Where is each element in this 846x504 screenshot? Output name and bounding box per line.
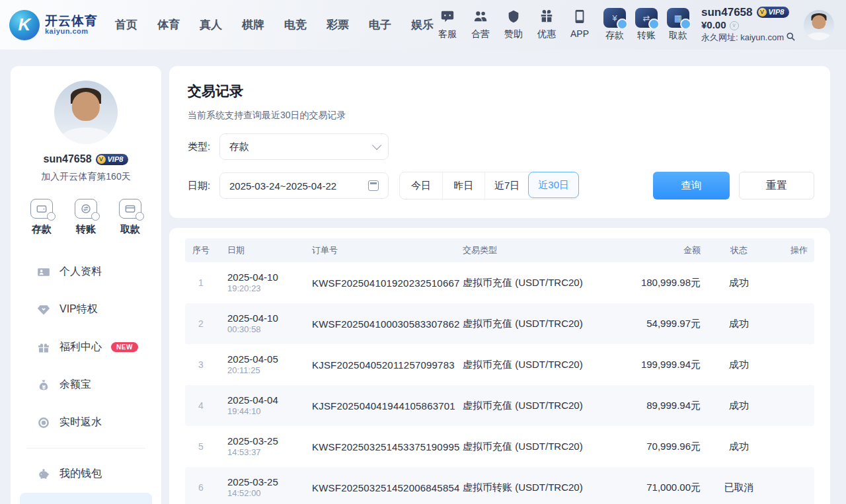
wallet-label: 转账 [637,30,656,42]
main-content: 交易记录 当前系统支持查询最近30日的交易记录 类型: 存款 日期: 2025-… [169,66,830,504]
menu-label: 实时返水 [59,415,102,429]
nav-live-casino[interactable]: 真人 [200,17,222,32]
column-header-action: 操作 [772,244,814,256]
chat-bubble-icon [440,9,455,26]
utility-label: APP [570,28,589,39]
withdraw-button[interactable]: ▦ 取款 [667,8,689,42]
menu-label: 福利中心 [59,340,102,354]
menu-label: VIP特权 [59,303,98,316]
table-row: 1 2025-04-1019:20:23 KWSF202504101920232… [185,262,814,303]
cell-amount: 71,000.00元 [620,482,706,494]
chevron-down-icon [372,141,381,150]
promotions-button[interactable]: 优惠 [537,9,556,40]
cell-order-number: KWSF202503251452006845854 [303,482,455,493]
deposit-card-icon: ¥ [603,8,626,28]
reset-button[interactable]: 重置 [739,172,814,199]
search-icon[interactable] [786,32,796,44]
sidebar-item-welfare[interactable]: 福利中心 NEW [20,328,152,366]
range-30days-button[interactable]: 近30日 [528,172,579,198]
cell-type: 虚拟币充值 (USDT/TRC20) [455,277,620,289]
cell-seq: 4 [185,400,217,411]
nav-lottery[interactable]: 彩票 [327,17,349,32]
cell-date: 2025-04-1000:30:58 [217,312,303,336]
sidebar-item-profile[interactable]: 个人资料 [20,253,152,291]
query-button[interactable]: 查询 [653,172,730,199]
user-info-block: sun47658 V VIP8 ¥0.00 ∨ 永久网址: kaiyun.com [701,5,796,44]
withdraw-card-icon: ▦ [667,8,689,28]
menu-label: 余额宝 [59,378,91,392]
balance-refresh-icon[interactable]: ∨ [730,21,739,30]
customer-service-button[interactable]: 客服 [438,9,457,40]
transfer-arrows-icon [75,199,97,219]
transaction-table-panel: 序号 日期 订单号 交易类型 金额 状态 操作 1 2025-04-1019:2… [169,228,830,504]
sidebar-item-transactions[interactable]: 交易记录 [20,493,152,504]
nav-slots[interactable]: 电子 [369,17,391,32]
main-nav: 首页 体育 真人 棋牌 电竞 彩票 电子 娱乐 [115,17,434,32]
type-select[interactable]: 存款 [219,133,389,160]
nav-sports[interactable]: 体育 [157,17,180,32]
brand-logo[interactable]: K 开云体育 kaiyun.com [9,10,98,40]
sidebar-withdraw-button[interactable]: 取款 [119,199,141,236]
profile-sidebar: sun47658 V VIP8 加入开云体育第160天 存款 转账 [11,66,161,504]
sponsorship-button[interactable]: 赞助 [504,9,523,40]
sidebar-menu: 个人资料 VIP特权 福利中心 NEW 余额宝 实时返水 [11,253,161,504]
profile-username: sun47658 [44,153,92,165]
shield-badge-icon [506,9,521,26]
new-badge: NEW [111,342,138,352]
join-days-text: 加入开云体育第160天 [11,171,161,183]
range-today-button[interactable]: 今日 [400,172,442,199]
type-label: 类型: [188,141,219,153]
vip-shield-icon: V [97,155,106,164]
user-avatar[interactable] [804,10,834,40]
cell-amount: 180,999.98元 [620,277,706,289]
cell-amount: 89,999.94元 [620,400,706,412]
transfer-card-icon: ⇄ [635,8,658,28]
quick-range-group: 今日 昨日 近7日 近30日 [399,172,579,199]
range-7days-button[interactable]: 近7日 [484,172,529,199]
nav-board-games[interactable]: 棋牌 [242,17,264,32]
top-navbar: K 开云体育 kaiyun.com 首页 体育 真人 棋牌 电竞 彩票 电子 娱… [0,0,846,50]
cell-seq: 2 [185,318,217,329]
cell-type: 虚拟币充值 (USDT/TRC20) [455,400,620,412]
date-range-input[interactable]: 2025-03-24~2025-04-22 [219,172,389,199]
nav-entertainment[interactable]: 娱乐 [411,17,434,32]
cell-status: 成功 [706,400,772,412]
app-download-button[interactable]: APP [570,9,589,40]
sidebar-item-yuebao[interactable]: 余额宝 [20,366,152,404]
cell-date: 2025-03-2514:53:37 [217,435,303,458]
piggy-bank-icon [37,468,50,481]
cell-date: 2025-04-1019:20:23 [217,271,303,295]
cell-date: 2025-03-2514:52:00 [217,476,303,499]
partnership-button[interactable]: 合营 [471,9,490,40]
range-yesterday-button[interactable]: 昨日 [442,172,484,199]
id-card-icon [37,266,50,279]
page-subtitle: 当前系统支持查询最近30日的交易记录 [188,110,814,122]
people-icon [473,9,488,26]
sidebar-transfer-button[interactable]: 转账 [75,199,97,236]
column-header-date: 日期 [217,244,303,256]
sidebar-deposit-button[interactable]: 存款 [30,199,53,236]
page-title: 交易记录 [188,82,814,100]
balance-amount: ¥0.00 [701,19,726,32]
sidebar-item-rebate[interactable]: 实时返水 [20,404,152,441]
gift-icon [37,341,50,354]
transfer-button[interactable]: ⇄ 转账 [635,8,658,42]
nav-esports[interactable]: 电竞 [284,17,307,32]
cell-amount: 70,999.96元 [620,441,706,453]
sidebar-item-vip[interactable]: VIP特权 [20,291,152,328]
nav-home[interactable]: 首页 [115,17,137,32]
vip-gem-icon [37,303,50,316]
sidebar-item-wallet[interactable]: 我的钱包 [20,455,152,493]
deposit-button[interactable]: ¥ 存款 [603,8,626,42]
quick-action-label: 存款 [32,223,52,236]
utility-label: 优惠 [537,28,556,40]
logo-k-icon: K [9,10,40,40]
type-select-value: 存款 [229,141,249,153]
table-row: 3 2025-04-0520:11:25 KJSF202504052011257… [185,344,814,385]
table-body: 1 2025-04-1019:20:23 KWSF202504101920232… [185,262,814,504]
table-row: 6 2025-03-2514:52:00 KWSF202503251452006… [185,467,814,504]
cell-seq: 3 [185,359,217,370]
column-header-amount: 金额 [620,244,706,256]
cell-date: 2025-04-0520:11:25 [217,353,303,377]
cell-seq: 1 [185,277,217,288]
